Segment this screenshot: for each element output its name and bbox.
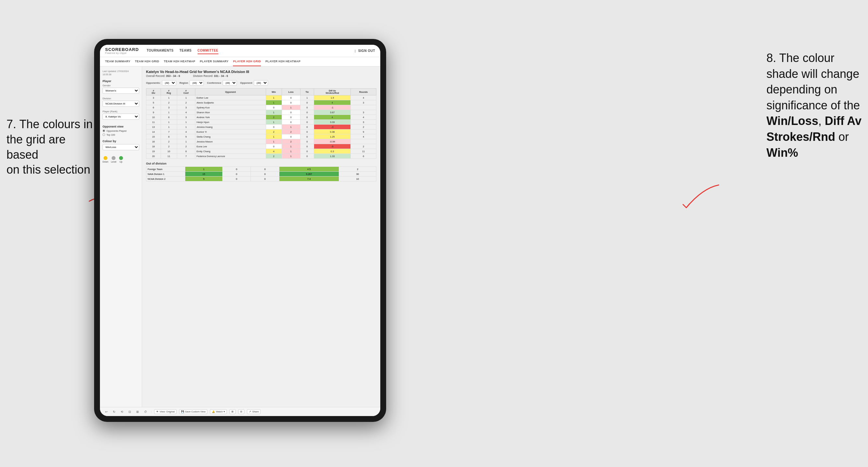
td-loss: 0 [282,115,300,120]
td-out-rounds: 10 [339,177,376,181]
subnav-team-summary[interactable]: TEAM SUMMARY [105,57,130,66]
td-conf: 7 [177,154,195,159]
gender-label: Gender [102,84,139,87]
arrow-right-annotation [670,182,722,214]
view-icon: 👁 [156,410,159,413]
top-100-radio[interactable]: Top 100 [102,133,139,136]
td-opponent: Stella Cheng [195,134,266,139]
subnav-player-h2h-heatmap[interactable]: PLAYER H2H HEATMAP [266,57,301,66]
td-diff: 0.38 [314,129,351,134]
td-out-rounds: 2 [339,167,376,172]
td-diff: 1.5 [314,95,351,100]
th-div: #Div [146,89,161,95]
td-div: 14 [146,129,161,134]
td-win: 2 [266,115,282,120]
opponent-filter-select[interactable]: (All) [254,80,268,86]
nav-committee[interactable]: COMMITTEE [197,48,219,54]
td-conf: 2 [177,144,195,149]
share-button[interactable]: ↗ Share [247,409,260,414]
td-out-name: NCAA Division 2 [146,177,185,181]
td-opponent: Jessica Mason [195,139,266,144]
td-rounds: 4 [351,134,376,139]
td-div: 16 [146,139,161,144]
legend-up: Up [119,156,123,163]
undo-button[interactable]: ↩ [104,410,109,414]
subnav-player-h2h-grid[interactable]: PLAYER H2H GRID [233,57,261,66]
watch-icon: 🔔 [212,410,215,413]
td-reg: 1 [161,110,177,115]
copy-button[interactable]: ⊡ [127,410,132,414]
td-rounds: 3 [351,100,376,105]
filter-region: Region (All) [180,80,204,86]
td-rounds [351,139,376,144]
td-loss: 1 [282,105,300,110]
td-out-tie: 0 [251,172,279,177]
td-conf: 1 [177,95,195,100]
save-custom-button[interactable]: 💾 Save Custom View [179,409,207,414]
td-win: 4 [266,149,282,154]
filter-opponents: Opponents: (All) [146,80,176,86]
nav-tournaments[interactable]: TOURNAMENTS [147,48,174,54]
td-win: 1 [266,139,282,144]
td-win: 1 [266,100,282,105]
opponents-played-radio[interactable]: Opponents Played [102,129,139,132]
td-win: 1 [266,120,282,125]
td-opponent: Sydney Kuo [195,105,266,110]
th-tie: Tie [300,89,314,95]
sign-out-button[interactable]: Sign out [358,48,375,54]
td-diff: 0.3 [314,149,351,154]
legend-up-dot [119,156,123,160]
td-conf: 3 [177,115,195,120]
td-loss: 0 [282,100,300,105]
division-label: Division [102,97,139,100]
td-rounds: 4 [351,115,376,120]
region-filter-select[interactable]: (All) [189,80,204,86]
gender-select[interactable]: Women's [102,88,139,94]
opponent-view-title: Opponent view [102,125,139,128]
h2h-grid-table: #Div #Reg #Conf Opponent Win Loss Tie Di… [146,88,376,159]
view-original-button[interactable]: 👁 View: Original [154,409,177,414]
td-conf: 1 [177,120,195,125]
td-loss: 0 [282,120,300,125]
conference-filter-select[interactable]: (All) [223,80,237,86]
td-win: 0 [266,105,282,110]
back-button[interactable]: ⟲ [119,410,125,414]
opponents-filter-select[interactable]: (All) [162,80,176,86]
td-tie: 0 [300,144,314,149]
colour-by-select[interactable]: Win/Loss [102,144,139,150]
redo-button[interactable]: ↻ [112,410,117,414]
td-conf: 2 [177,100,195,105]
td-rounds: 3 [351,110,376,115]
td-diff: 4 [314,115,351,120]
legend-level: Level [111,156,117,163]
td-win: 0 [266,144,282,149]
td-diff: -5 [314,144,351,149]
td-opponent: Eunice Yi [195,129,266,134]
watch-button[interactable]: 🔔 Watch ▾ [210,409,227,414]
nav-items: TOURNAMENTS TEAMS COMMITTEE [147,48,347,54]
layout-button[interactable]: ⊞ [229,409,236,414]
subnav-team-h2h-heatmap[interactable]: TEAM H2H HEATMAP [164,57,195,66]
subnav-team-h2h-grid[interactable]: TEAM H2H GRID [135,57,159,66]
paste-button[interactable]: ⊞ [135,410,140,414]
td-div: 15 [146,134,161,139]
td-diff: 3.33 [314,120,351,125]
td-opponent: Andrea York [195,115,266,120]
nav-bar: SCOREBOARD Powered by clippd TOURNAMENTS… [100,45,380,57]
nav-teams[interactable]: TEAMS [180,48,192,54]
td-div: 13 [146,125,161,129]
subnav-player-summary[interactable]: PLAYER SUMMARY [200,57,229,66]
td-conf: 5 [177,134,195,139]
td-reg: 10 [161,149,177,154]
td-opponent: Esther Lee [195,95,266,100]
td-opponent: Jessica Huang [195,125,266,129]
player-rank-select[interactable]: 8. Katelyn Vo [102,114,139,120]
td-out-diff: 9.267 [279,172,339,177]
division-select[interactable]: NCAA Division III [102,101,139,107]
th-rounds: Rounds [351,89,376,95]
nav-right: | Sign out [355,48,375,54]
td-div: 5 [146,100,161,105]
clock-button[interactable]: ⏱ [143,410,148,414]
grid-button[interactable]: ⊟ [238,409,244,414]
filter-row: Opponents: (All) Region (All) Conference… [146,80,376,86]
